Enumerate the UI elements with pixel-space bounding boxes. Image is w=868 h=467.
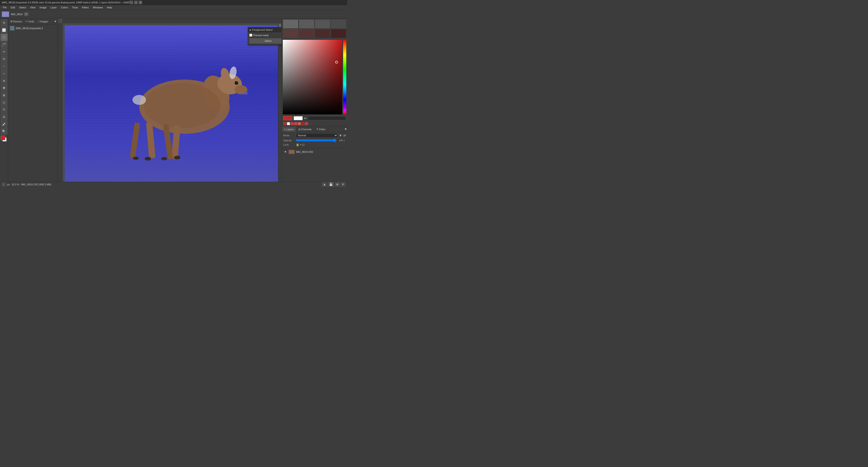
lock-alpha-icon[interactable]: ◻: [302, 143, 305, 146]
mode-switch-icon[interactable]: ⇄: [343, 134, 346, 137]
vertical-scrollbar[interactable]: [278, 23, 282, 187]
menu-item-file[interactable]: File: [1, 6, 8, 9]
tab-channels[interactable]: ||| Channels: [296, 126, 314, 132]
foreground-color-swatch[interactable]: [1, 136, 5, 140]
fg-select-up-button[interactable]: ▲: [281, 29, 282, 31]
text-tool[interactable]: A: [1, 114, 7, 120]
rotate-tool[interactable]: ↻: [1, 56, 7, 62]
svg-point-16: [174, 156, 180, 159]
preset-swatch[interactable]: [331, 29, 346, 38]
color-crosshair: [335, 61, 338, 64]
dodge-tool[interactable]: ○: [1, 70, 7, 77]
left-panel: ⊞ Devices ↩ Undo □ Images ▼ [IMG_9819] (…: [8, 19, 58, 187]
tab-paths[interactable]: ✎ Paths: [314, 126, 328, 132]
bottom-export-button[interactable]: ⊕: [335, 182, 340, 187]
hue-strip[interactable]: [343, 40, 346, 114]
palette-swatch[interactable]: [283, 122, 286, 125]
lock-icons: 🔒 + ◻: [296, 143, 305, 146]
smudge-tool[interactable]: ~: [1, 63, 7, 70]
preview-mask-checkbox[interactable]: [249, 34, 252, 37]
rect-select-tool[interactable]: ⬜: [1, 27, 7, 33]
canvas-area[interactable]: ◈ Foreground Select ▲ ✕ Preview mask Sel…: [58, 19, 282, 187]
devices-label: Devices: [13, 20, 22, 23]
restore-button[interactable]: □: [134, 1, 138, 4]
warp-tool[interactable]: ≋: [1, 77, 7, 84]
blend-mode-select[interactable]: Normal Multiply Screen Overlay: [296, 133, 338, 138]
menu-item-windows[interactable]: Windows: [91, 6, 105, 9]
mode-down-icon[interactable]: ▼: [339, 134, 342, 137]
tab-images[interactable]: □ Images: [36, 20, 50, 23]
preset-swatch[interactable]: [331, 20, 346, 29]
close-tab-button[interactable]: ✕: [24, 12, 28, 16]
layer-visibility-toggle[interactable]: 👁: [284, 150, 287, 154]
palette-swatch[interactable]: [301, 122, 305, 125]
panel-tabs: ⊞ Devices ↩ Undo □ Images ▼: [8, 19, 58, 24]
palette-swatch[interactable]: [290, 122, 293, 125]
select-button[interactable]: Select: [249, 38, 282, 43]
palette-swatch[interactable]: [298, 122, 301, 125]
tab-devices[interactable]: ⊞ Devices: [9, 20, 23, 23]
image-canvas[interactable]: ◈ Foreground Select ▲ ✕ Preview mask Sel…: [65, 25, 282, 187]
preset-swatch[interactable]: [299, 20, 314, 29]
bottom-close-button[interactable]: ✕: [341, 182, 345, 187]
list-item[interactable]: [IMG_9819] (imported)-3: [9, 25, 57, 31]
image-thumbnail[interactable]: [2, 11, 9, 17]
clone-tool[interactable]: ⊕: [1, 92, 7, 98]
svg-point-17: [161, 157, 167, 160]
menu-item-image[interactable]: Image: [38, 6, 49, 9]
sv-gradient[interactable]: [283, 40, 342, 114]
bottom-save-button[interactable]: 💾: [328, 182, 334, 187]
svg-rect-15: [130, 123, 140, 159]
preset-swatch[interactable]: [315, 20, 331, 29]
preset-swatch[interactable]: [299, 29, 314, 38]
menu-item-view[interactable]: View: [28, 6, 37, 9]
palette-swatch[interactable]: [294, 122, 297, 125]
opacity-slider[interactable]: [296, 138, 336, 142]
heal-tool[interactable]: ✚: [1, 85, 7, 91]
menu-item-select[interactable]: Select: [18, 6, 28, 9]
palette-swatch[interactable]: [287, 122, 290, 125]
minimize-button[interactable]: –: [129, 1, 133, 4]
foreground-swatch[interactable]: [283, 116, 292, 120]
menu-item-colors[interactable]: Colors: [59, 6, 70, 9]
close-button[interactable]: ✕: [138, 1, 142, 4]
tab-undo[interactable]: ↩ Undo: [24, 20, 35, 23]
tab-layers[interactable]: ≡ Layers: [282, 126, 296, 132]
preset-swatch[interactable]: [283, 29, 298, 38]
opacity-value-input[interactable]: [338, 138, 346, 142]
panel-options-button[interactable]: ▼: [54, 20, 57, 23]
background-swatch[interactable]: [293, 116, 303, 120]
top-ruler: [62, 19, 282, 23]
path-tool[interactable]: ✎: [1, 106, 7, 113]
canvas-content[interactable]: ◈ Foreground Select ▲ ✕ Preview mask Sel…: [62, 23, 282, 187]
menu-item-filters[interactable]: Filters: [80, 6, 91, 9]
palette-row: ···: [282, 121, 347, 126]
free-select-tool[interactable]: ⬡: [1, 34, 7, 41]
lock-pixels-icon[interactable]: 🔒: [296, 143, 299, 146]
menu-item-edit[interactable]: Edit: [9, 6, 17, 9]
lock-position-icon[interactable]: +: [300, 143, 302, 146]
menu-item-tools[interactable]: Tools: [70, 6, 80, 9]
hex-color-input[interactable]: c51b1b: [308, 116, 346, 120]
preset-swatch[interactable]: [283, 20, 298, 29]
undo-label: Undo: [28, 20, 34, 23]
eraser-tool[interactable]: ◻: [1, 99, 7, 106]
move-tool[interactable]: ✛: [1, 20, 7, 26]
color-picker-tool[interactable]: 💉: [1, 121, 7, 127]
menu-item-help[interactable]: Help: [105, 6, 114, 9]
layers-options: Mode Normal Multiply Screen Overlay ▼ ⇄ …: [282, 132, 347, 148]
preset-swatch[interactable]: [315, 29, 331, 38]
edit-color-icon[interactable]: ✏: [304, 117, 307, 120]
fuzzy-select-tool[interactable]: 🪄: [1, 41, 7, 48]
layer-item[interactable]: 👁 IMG_9819.CR2: [283, 149, 346, 155]
bottom-up-button[interactable]: ▲: [322, 182, 327, 187]
export-button[interactable]: ↑: [2, 182, 5, 186]
menu-item-layer[interactable]: Layer: [49, 6, 59, 9]
layers-panel-menu[interactable]: ▼: [344, 126, 347, 132]
palette-expand[interactable]: ···: [309, 123, 310, 125]
units-label: px: [7, 183, 10, 186]
palette-swatch[interactable]: [305, 122, 308, 125]
zoom-tool[interactable]: 🔍: [1, 128, 7, 135]
color-picker-area[interactable]: [283, 40, 346, 114]
crop-tool[interactable]: ✂: [1, 49, 7, 55]
